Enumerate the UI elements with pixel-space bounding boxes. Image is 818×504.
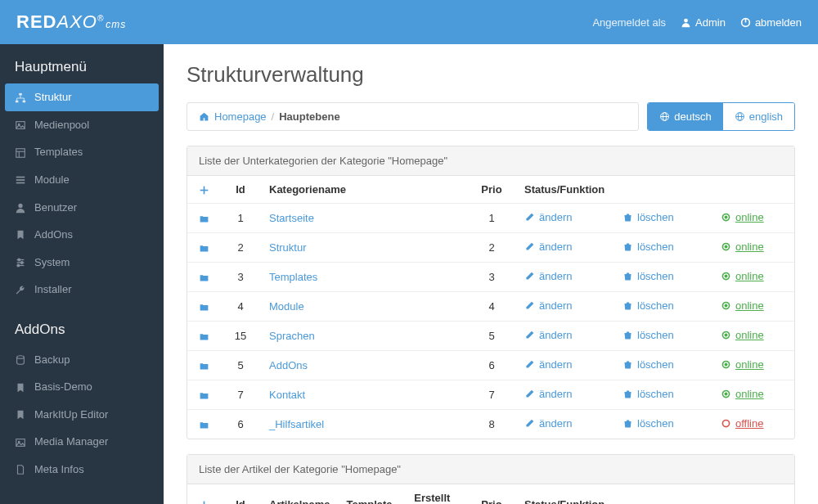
sidebar-item-label: Benutzer <box>34 201 77 214</box>
sidebar-item-markitup-editor[interactable]: MarkItUp Editor <box>0 401 164 429</box>
articles-table: Id Artikelname Template Erstellt am Prio… <box>187 484 794 504</box>
categories-table: Id Kategoriename Prio Status/Funktion 1 … <box>187 176 794 439</box>
folder-icon[interactable] <box>187 322 220 351</box>
folder-icon[interactable] <box>187 351 220 380</box>
folder-icon[interactable] <box>187 380 220 410</box>
status-toggle[interactable]: online <box>721 388 764 400</box>
sidebar-item-label: Struktur <box>34 91 72 103</box>
table-row: 3 Templates 3 ändern löschen online <box>187 263 794 292</box>
page-title: Strukturverwaltung <box>187 62 795 88</box>
svg-point-20 <box>17 264 20 267</box>
delete-link[interactable]: löschen <box>622 299 674 312</box>
table-row: 5 AddOns 6 ändern löschen online <box>187 351 794 380</box>
sidebar-item-media-manager[interactable]: Media Manager <box>0 428 164 456</box>
logout-link[interactable]: abmelden <box>740 16 802 29</box>
svg-rect-8 <box>16 148 25 157</box>
sidebar-item-label: Media Manager <box>34 435 108 448</box>
status-toggle[interactable]: online <box>721 329 764 341</box>
add-icon[interactable] <box>199 500 209 504</box>
db-icon <box>15 353 26 367</box>
image-icon <box>15 119 26 132</box>
delete-link[interactable]: löschen <box>622 388 674 400</box>
sidebar-item-medienpool[interactable]: Medienpool <box>0 111 164 139</box>
edit-link[interactable]: ändern <box>524 270 572 282</box>
folder-icon[interactable] <box>187 204 220 233</box>
category-link[interactable]: Templates <box>269 271 317 283</box>
user-link[interactable]: Admin <box>681 16 726 29</box>
sidebar-item-module[interactable]: Module <box>0 166 164 194</box>
breadcrumb-home[interactable]: Homepage <box>214 110 267 123</box>
edit-link[interactable]: ändern <box>524 388 572 400</box>
sidebar-item-struktur[interactable]: Struktur <box>5 83 159 111</box>
lang-en-button[interactable]: english <box>723 103 794 130</box>
sidebar-item-label: Module <box>34 173 70 186</box>
status-toggle[interactable]: offline <box>721 417 763 430</box>
delete-link[interactable]: löschen <box>622 211 674 223</box>
svg-rect-47 <box>203 501 204 504</box>
sidebar-item-label: Backup <box>34 353 70 366</box>
edit-link[interactable]: ändern <box>524 417 572 430</box>
svg-point-43 <box>725 363 726 365</box>
sidebar-item-basis-demo[interactable]: Basis-Demo <box>0 373 164 401</box>
sidebar-item-benutzer[interactable]: Benutzer <box>0 193 164 221</box>
sidebar-title-main: Hauptmenü <box>0 59 164 83</box>
edit-link[interactable]: ändern <box>524 329 572 341</box>
status-toggle[interactable]: online <box>721 358 764 371</box>
logout-icon <box>740 17 751 28</box>
category-link[interactable]: Sprachen <box>269 330 315 342</box>
folder-icon[interactable] <box>187 292 220 322</box>
language-switch: deutsch english <box>647 102 795 131</box>
status-toggle[interactable]: online <box>721 270 764 282</box>
svg-point-37 <box>725 275 726 277</box>
edit-link[interactable]: ändern <box>524 211 572 223</box>
table-row: 6 _Hilfsartikel 8 ändern löschen offline <box>187 410 794 439</box>
breadcrumb: Homepage / Hauptebene <box>187 102 639 131</box>
svg-rect-6 <box>16 122 25 129</box>
folder-icon[interactable] <box>187 263 220 292</box>
table-row: 4 Module 4 ändern löschen online <box>187 292 794 322</box>
svg-point-14 <box>18 204 22 208</box>
svg-point-41 <box>725 334 726 335</box>
folder-icon[interactable] <box>187 410 220 439</box>
sidebar-item-system[interactable]: System <box>0 248 164 276</box>
status-toggle[interactable]: online <box>721 211 764 223</box>
add-icon[interactable] <box>199 185 209 196</box>
sidebar-item-meta-infos[interactable]: Meta Infos <box>0 456 164 484</box>
svg-point-39 <box>725 304 726 306</box>
status-toggle[interactable]: online <box>721 241 764 253</box>
sitemap-icon <box>15 91 26 104</box>
folder-icon[interactable] <box>187 233 220 263</box>
category-link[interactable]: AddOns <box>269 359 308 371</box>
svg-point-33 <box>725 216 726 218</box>
edit-link[interactable]: ändern <box>524 241 572 253</box>
edit-link[interactable]: ändern <box>524 358 572 371</box>
status-toggle[interactable]: online <box>721 299 764 312</box>
category-link[interactable]: Module <box>269 300 304 313</box>
svg-point-0 <box>684 18 688 22</box>
category-link[interactable]: _Hilfsartikel <box>269 418 324 430</box>
bookmark-icon <box>15 380 26 394</box>
category-link[interactable]: Kontakt <box>269 389 305 401</box>
sidebar-item-templates[interactable]: Templates <box>0 138 164 166</box>
sidebar-item-label: System <box>34 256 70 268</box>
delete-link[interactable]: löschen <box>622 329 674 341</box>
delete-link[interactable]: löschen <box>622 417 674 430</box>
sidebar-item-backup[interactable]: Backup <box>0 346 164 374</box>
lang-de-button[interactable]: deutsch <box>648 103 723 130</box>
breadcrumb-current: Hauptebene <box>279 110 339 123</box>
edit-link[interactable]: ändern <box>524 299 572 312</box>
svg-rect-22 <box>16 439 25 446</box>
sidebar: Hauptmenü StrukturMedienpoolTemplatesMod… <box>0 44 164 504</box>
sidebar-item-addons[interactable]: AddOns <box>0 221 164 249</box>
svg-point-35 <box>725 245 726 247</box>
svg-point-21 <box>17 356 25 359</box>
sidebar-item-installer[interactable]: Installer <box>0 276 164 304</box>
delete-link[interactable]: löschen <box>622 241 674 253</box>
user-icon <box>15 200 26 214</box>
category-link[interactable]: Struktur <box>269 241 307 254</box>
category-link[interactable]: Startseite <box>269 212 314 224</box>
delete-link[interactable]: löschen <box>622 358 674 371</box>
delete-link[interactable]: löschen <box>622 270 674 282</box>
svg-rect-13 <box>16 182 25 184</box>
svg-point-18 <box>18 259 20 261</box>
